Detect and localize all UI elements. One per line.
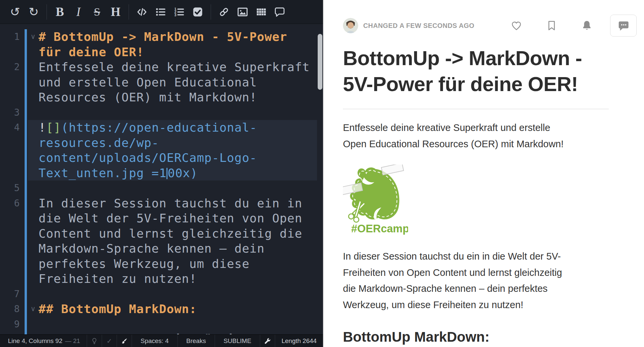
editor-row: 8∨## BottomUp MarkDown: <box>0 301 323 317</box>
code-text: und erstelle Open Educational <box>39 75 317 90</box>
code-text <box>39 287 317 302</box>
fold-gutter <box>28 196 39 211</box>
code-text: die Welt der 5V-Freiheiten von Open <box>39 211 317 226</box>
fold-gutter <box>28 317 39 332</box>
editor-lines: 1∨# BottomUp -> MarkDown - 5V-Powerfür d… <box>0 29 323 334</box>
italic-button[interactable]: I <box>70 3 87 21</box>
toolbar-separator <box>47 4 47 20</box>
editor-row: 1∨# BottomUp -> MarkDown - 5V-Power <box>0 29 323 45</box>
gutter-space <box>20 135 28 151</box>
code-text: für deine OER! <box>39 45 317 60</box>
heart-icon[interactable] <box>510 20 522 32</box>
gutter-space <box>20 241 28 256</box>
editor-toolbar: ↺↻BISH123 <box>0 0 323 24</box>
code-text: resources.de/wp- <box>39 135 317 151</box>
ordered-list-button[interactable]: 123 <box>171 3 187 21</box>
line-number: 9 <box>0 317 20 332</box>
code-text: perfektes Werkzeug, um diese <box>39 256 317 272</box>
gutter-space <box>20 287 28 302</box>
last-changed-label: CHANGED A FEW SECONDS AGO <box>363 22 474 30</box>
link-button[interactable] <box>216 3 232 21</box>
line-number <box>0 256 20 272</box>
editor-row: für deine OER! <box>0 45 323 60</box>
brush-icon[interactable] <box>117 335 132 347</box>
oercamp-hashtag: #OERcamp <box>351 222 408 235</box>
editor-row: content/uploads/OERCamp-Logo- <box>0 150 323 166</box>
avatar[interactable] <box>343 18 358 33</box>
heading-button[interactable]: H <box>107 3 124 21</box>
editor-scrollbar-thumb[interactable] <box>318 34 322 90</box>
check-icon[interactable]: ✓ <box>102 335 117 347</box>
editor-row: 7 <box>0 287 323 302</box>
code-text <box>39 180 317 196</box>
fold-gutter <box>28 105 39 120</box>
fold-gutter <box>28 226 39 241</box>
linebreak-setting[interactable]: Breaks <box>178 335 215 347</box>
bookmark-icon[interactable] <box>546 20 558 32</box>
line-number: 2 <box>0 59 20 75</box>
session-paragraph: In dieser Session tauchst du ein in die … <box>343 248 609 313</box>
fold-gutter <box>28 180 39 196</box>
code-text: Text_unten.jpg =100x) <box>39 166 317 181</box>
unordered-list-button[interactable] <box>152 3 169 21</box>
line-number: 4 <box>0 120 20 135</box>
fold-chevron-icon[interactable]: ∨ <box>28 29 39 45</box>
editor-row: Content und lernst gleichzeitig die <box>0 226 323 241</box>
code-text: Entfessele deine kreative Superkraft <box>39 59 317 75</box>
comment-button[interactable] <box>271 3 288 21</box>
gutter-space <box>20 226 28 241</box>
gutter-space <box>20 317 28 332</box>
indent-setting[interactable]: Spaces: 4 <box>132 335 178 347</box>
bell-icon[interactable] <box>581 20 593 32</box>
fold-gutter <box>28 75 39 90</box>
image-button[interactable] <box>234 3 251 21</box>
wrench-icon[interactable] <box>260 335 275 347</box>
table-button[interactable] <box>253 3 269 21</box>
comments-button[interactable] <box>610 15 637 37</box>
fold-gutter <box>28 287 39 302</box>
gutter-space <box>20 271 28 287</box>
editor-row: und erstelle Open Educational <box>0 75 323 90</box>
title-divider <box>343 109 609 109</box>
fold-gutter <box>28 150 39 166</box>
keymap-setting[interactable]: SUBLIME <box>215 335 260 347</box>
gutter-space <box>20 59 28 75</box>
line-number <box>0 211 20 226</box>
line-number: 8 <box>0 301 20 317</box>
code-text: # BottomUp -> MarkDown - 5V-Power <box>39 29 317 45</box>
check-list-button[interactable] <box>189 3 206 21</box>
line-number <box>0 45 20 60</box>
markdown-editor[interactable]: 1∨# BottomUp -> MarkDown - 5V-Powerfür d… <box>0 24 323 334</box>
undo-button[interactable]: ↺ <box>7 3 23 21</box>
code-button[interactable] <box>134 3 150 21</box>
document-length-status: Length 2644 <box>275 335 323 347</box>
line-number <box>0 166 20 181</box>
code-text <box>39 317 317 332</box>
line-number: 3 <box>0 105 20 120</box>
redo-button[interactable]: ↻ <box>25 3 42 21</box>
fold-gutter <box>28 59 39 75</box>
editor-row: 6In dieser Session tauchst du ein in <box>0 196 323 211</box>
lightbulb-icon[interactable] <box>87 335 102 347</box>
toolbar-separator <box>211 4 211 20</box>
fold-chevron-icon[interactable]: ∨ <box>28 301 39 317</box>
editor-row: 3 <box>0 105 323 120</box>
strikethrough-button[interactable]: S <box>89 3 105 21</box>
editor-row: 9 <box>0 317 323 332</box>
editor-row: Markdown-Sprache kennen – dein <box>0 241 323 256</box>
code-text: content/uploads/OERCamp-Logo- <box>39 150 317 166</box>
editor-row: 5 <box>0 180 323 196</box>
code-text: Resources (OER) mit Markdown! <box>39 90 317 105</box>
line-number <box>0 150 20 166</box>
code-text: In dieser Session tauchst du ein in <box>39 196 317 211</box>
line-number: 5 <box>0 180 20 196</box>
bold-button[interactable]: B <box>52 3 68 21</box>
fold-gutter <box>28 135 39 151</box>
code-text: Content und lernst gleichzeitig die <box>39 226 317 241</box>
code-text: Freiheiten zu nutzen! <box>39 271 317 287</box>
line-number: 1 <box>0 29 20 45</box>
fold-gutter <box>28 120 39 135</box>
fold-gutter <box>28 90 39 105</box>
selection-status: — 21 <box>65 337 80 345</box>
line-number <box>0 271 20 287</box>
